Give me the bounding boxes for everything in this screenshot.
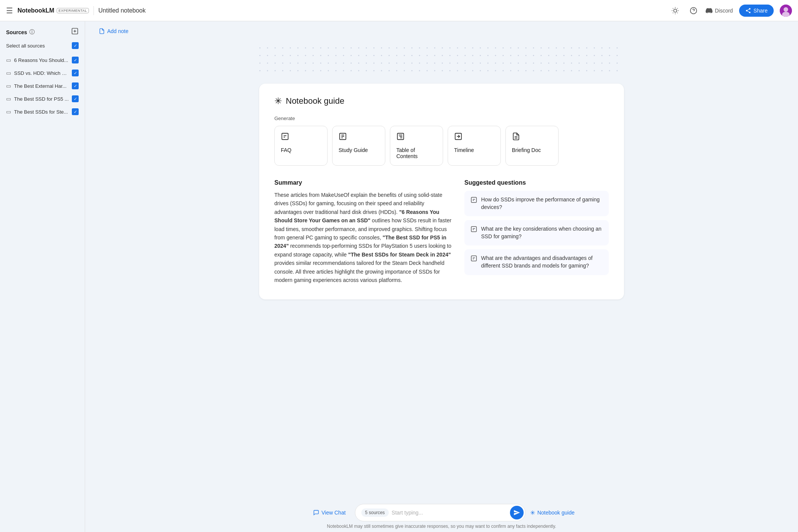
generate-label: Generate [274, 116, 609, 121]
brand-name: NotebookLM [17, 7, 54, 14]
add-note-button[interactable]: Add note [94, 26, 133, 36]
main-content: Add note ✳ Notebook guide [85, 21, 798, 532]
share-button[interactable]: Share [739, 5, 774, 17]
source-item-2[interactable]: ▭ SSD vs. HDD: Which S... [0, 66, 85, 79]
notebook-title: Untitled notebook [98, 7, 146, 14]
suggestion-text-1: How do SSDs improve the performance of g… [481, 196, 603, 211]
sources-badge: 5 sources [361, 508, 389, 517]
sidebar-header: Sources ⓘ [0, 27, 85, 40]
summary-section: Summary These articles from MakeUseOf ex… [274, 179, 452, 284]
discord-label: Discord [715, 8, 733, 14]
guide-card-title: ✳ Notebook guide [274, 96, 609, 106]
gen-card-timeline[interactable]: Timeline [448, 126, 501, 166]
table-of-contents-icon [396, 132, 405, 142]
gen-card-briefing-doc[interactable]: Briefing Doc [505, 126, 559, 166]
asterisk-icon: ✳ [274, 96, 282, 106]
suggestion-icon-1 [470, 196, 477, 205]
svg-point-0 [674, 9, 677, 12]
source-icon-3: ▭ [6, 83, 11, 89]
svg-rect-37 [471, 226, 477, 232]
source-checkbox-1[interactable] [72, 57, 79, 63]
chat-input[interactable] [392, 510, 507, 516]
source-label-2: SSD vs. HDD: Which S... [14, 70, 69, 76]
briefing-doc-icon [512, 132, 520, 142]
source-checkbox-3[interactable] [72, 82, 79, 89]
chat-input-container: 5 sources [355, 504, 526, 521]
source-checkbox-5[interactable] [72, 108, 79, 115]
table-of-contents-label: Table of Contents [396, 147, 437, 159]
sources-label: Sources [6, 29, 27, 35]
faq-icon [281, 132, 289, 142]
select-all-row[interactable]: Select all sources [0, 40, 85, 54]
avatar[interactable] [780, 5, 792, 17]
view-chat-button[interactable]: View Chat [309, 507, 350, 519]
dot-pattern [259, 47, 624, 78]
source-label-3: The Best External Har... [14, 83, 69, 89]
discord-button[interactable]: Discord [706, 7, 733, 14]
suggestion-text-2: What are the key considerations when cho… [481, 225, 603, 240]
theme-toggle-button[interactable] [669, 5, 681, 17]
select-all-label: Select all sources [6, 43, 45, 49]
suggestion-item-2[interactable]: What are the key considerations when cho… [464, 220, 609, 245]
scroll-area: ✳ Notebook guide Generate FAQ [85, 41, 798, 532]
svg-rect-19 [282, 133, 288, 140]
source-item-1[interactable]: ▭ 6 Reasons You Should... [0, 54, 85, 66]
brand: NotebookLM Experimental [17, 7, 89, 14]
help-button[interactable] [687, 5, 700, 17]
guide-title-text: Notebook guide [286, 96, 344, 106]
source-icon-1: ▭ [6, 57, 11, 63]
source-icon-4: ▭ [6, 96, 11, 102]
share-label: Share [754, 8, 768, 14]
send-button[interactable] [510, 506, 524, 519]
gen-card-faq[interactable]: FAQ [274, 126, 328, 166]
main-layout: Sources ⓘ Select all sources ▭ 6 Reasons… [0, 21, 798, 532]
svg-line-8 [677, 8, 678, 8]
view-chat-label: View Chat [321, 510, 346, 516]
topnav: ☰ NotebookLM Experimental Untitled noteb… [0, 0, 798, 21]
timeline-icon [454, 132, 462, 142]
asterisk-icon-bottom: ✳ [530, 509, 535, 516]
study-guide-icon [339, 132, 347, 142]
bottom-input-row: View Chat 5 sources ✳ Notebook guide [309, 504, 575, 521]
source-item-5[interactable]: ▭ The Best SSDs for Ste... [0, 105, 85, 118]
sources-info-icon: ⓘ [29, 29, 35, 36]
brand-badge: Experimental [57, 8, 89, 13]
briefing-doc-label: Briefing Doc [512, 147, 541, 153]
svg-line-3 [673, 8, 673, 8]
suggestion-item-3[interactable]: What are the advantages and disadvantage… [464, 249, 609, 275]
source-label-4: The Best SSD for PS5 ... [14, 96, 69, 102]
nav-separator [93, 6, 94, 15]
add-source-button[interactable] [71, 27, 79, 37]
study-guide-label: Study Guide [339, 147, 368, 153]
source-checkbox-2[interactable] [72, 70, 79, 76]
suggestion-item-1[interactable]: How do SSDs improve the performance of g… [464, 191, 609, 216]
add-note-label: Add note [107, 28, 128, 34]
select-all-checkbox[interactable] [72, 42, 79, 49]
svg-line-7 [673, 13, 673, 13]
gen-card-study-guide[interactable]: Study Guide [332, 126, 385, 166]
source-label-5: The Best SSDs for Ste... [14, 109, 69, 115]
suggestions-heading: Suggested questions [464, 179, 609, 186]
lower-section: Summary These articles from MakeUseOf ex… [274, 179, 609, 284]
source-icon-2: ▭ [6, 70, 11, 76]
suggestion-icon-3 [470, 255, 477, 263]
bottom-bar: View Chat 5 sources ✳ Notebook guide Not… [85, 499, 798, 532]
hamburger-menu[interactable]: ☰ [6, 6, 13, 15]
main-topbar: Add note [85, 21, 798, 41]
timeline-label: Timeline [454, 147, 474, 153]
topnav-left: ☰ NotebookLM Experimental Untitled noteb… [6, 6, 146, 15]
source-icon-5: ▭ [6, 109, 11, 115]
suggestions-section: Suggested questions How do SSDs improve … [464, 179, 609, 284]
gen-card-table-of-contents[interactable]: Table of Contents [390, 126, 443, 166]
disclaimer-text: NotebookLM may still sometimes give inac… [327, 524, 556, 529]
summary-text: These articles from MakeUseOf explain th… [274, 191, 452, 284]
suggestion-text-3: What are the advantages and disadvantage… [481, 255, 603, 269]
summary-bold-3: "The Best SSDs for Steam Deck in 2024" [348, 252, 451, 258]
source-checkbox-4[interactable] [72, 95, 79, 102]
source-item-4[interactable]: ▭ The Best SSD for PS5 ... [0, 92, 85, 105]
notebook-guide-card: ✳ Notebook guide Generate FAQ [259, 84, 624, 299]
svg-rect-34 [471, 197, 477, 203]
sidebar-title: Sources ⓘ [6, 29, 35, 36]
source-item-3[interactable]: ▭ The Best External Har... [0, 79, 85, 92]
notebook-guide-button[interactable]: ✳ Notebook guide [530, 509, 575, 516]
